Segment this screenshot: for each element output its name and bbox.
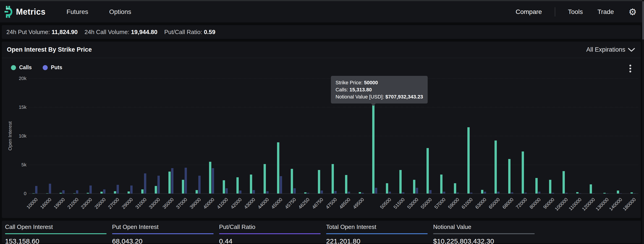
- call-bar-80000[interactable]: [535, 178, 538, 193]
- call-bar-16000[interactable]: [46, 193, 48, 194]
- call-bar-33000[interactable]: [155, 186, 157, 193]
- call-bar-90000[interactable]: [549, 180, 551, 193]
- put-bar-29000[interactable]: [130, 185, 132, 193]
- call-bar-140000[interactable]: [617, 190, 619, 193]
- put-bar-80000[interactable]: [538, 192, 540, 193]
- trade-link[interactable]: Trade: [598, 8, 614, 16]
- call-bar-44000[interactable]: [264, 164, 266, 193]
- nav-item-options[interactable]: Options: [109, 8, 132, 16]
- put-bar-46750[interactable]: [321, 190, 323, 193]
- put-bar-50500[interactable]: [389, 192, 391, 193]
- put-bar-16000[interactable]: [49, 184, 51, 193]
- put-bar-180000[interactable]: [633, 193, 636, 194]
- call-bar-31000[interactable]: [141, 189, 144, 193]
- put-bar-33000[interactable]: [158, 176, 160, 193]
- tools-link[interactable]: Tools: [568, 8, 583, 16]
- page-scrollbar-thumb[interactable]: [642, 1, 644, 40]
- call-bar-55000[interactable]: [426, 148, 429, 193]
- put-bar-21000[interactable]: [76, 190, 78, 193]
- call-bar-46250[interactable]: [304, 192, 306, 193]
- put-bar-45750[interactable]: [294, 188, 296, 193]
- put-bar-68000[interactable]: [511, 192, 513, 193]
- put-bar-49500[interactable]: [362, 193, 364, 193]
- compare-link[interactable]: Compare: [516, 8, 542, 16]
- put-bar-31000[interactable]: [144, 173, 146, 193]
- call-bar-130000[interactable]: [604, 193, 606, 193]
- put-bar-59000[interactable]: [457, 193, 459, 193]
- call-bar-68000[interactable]: [508, 159, 510, 193]
- put-bar-90000[interactable]: [552, 193, 554, 193]
- brand-logo[interactable]: Metrics: [4, 6, 46, 18]
- put-bar-47500[interactable]: [334, 191, 336, 193]
- put-bar-45000[interactable]: [280, 176, 282, 193]
- call-bar-110000[interactable]: [576, 192, 578, 193]
- call-bar-40000[interactable]: [209, 162, 211, 193]
- call-bar-100000[interactable]: [562, 171, 565, 193]
- put-bar-44000[interactable]: [266, 191, 268, 193]
- call-bar-57000[interactable]: [440, 174, 442, 193]
- put-bar-23000[interactable]: [90, 185, 92, 193]
- put-bar-50000[interactable]: [375, 188, 377, 193]
- call-bar-180000[interactable]: [630, 192, 633, 193]
- call-bar-23000[interactable]: [87, 193, 89, 193]
- page-scrollbar-track[interactable]: [642, 0, 644, 244]
- put-bar-55000[interactable]: [429, 190, 432, 193]
- put-bar-140000[interactable]: [620, 193, 622, 194]
- call-bar-59000[interactable]: [454, 183, 456, 193]
- put-bar-72000[interactable]: [524, 193, 527, 193]
- put-bar-41000[interactable]: [226, 188, 228, 193]
- call-bar-19000[interactable]: [60, 193, 62, 193]
- call-bar-39000[interactable]: [196, 190, 198, 193]
- call-bar-61000[interactable]: [467, 127, 470, 193]
- call-bar-48500[interactable]: [345, 175, 347, 193]
- put-bar-46250[interactable]: [307, 193, 309, 193]
- call-bar-72000[interactable]: [522, 151, 524, 193]
- put-bar-100000[interactable]: [565, 193, 568, 193]
- put-bar-35000[interactable]: [171, 168, 174, 193]
- call-bar-49500[interactable]: [359, 192, 361, 193]
- put-bar-53000[interactable]: [416, 188, 418, 193]
- call-bar-53000[interactable]: [413, 180, 415, 193]
- call-bar-45000[interactable]: [277, 142, 279, 193]
- settings-gear-icon[interactable]: ⚙: [628, 7, 637, 17]
- call-bar-27000[interactable]: [114, 191, 116, 193]
- put-bar-61000[interactable]: [470, 193, 472, 193]
- call-bar-47500[interactable]: [332, 164, 334, 193]
- put-bar-57000[interactable]: [443, 192, 445, 193]
- call-bar-65000[interactable]: [494, 140, 497, 193]
- put-bar-40000[interactable]: [212, 168, 214, 193]
- call-bar-51500[interactable]: [399, 170, 402, 193]
- put-bar-10000[interactable]: [35, 186, 38, 193]
- put-bar-27000[interactable]: [116, 185, 119, 193]
- put-bar-48500[interactable]: [348, 192, 350, 193]
- put-bar-43000[interactable]: [253, 190, 255, 193]
- call-bar-10000[interactable]: [32, 193, 35, 194]
- call-bar-46750[interactable]: [318, 170, 320, 193]
- put-bar-130000[interactable]: [606, 193, 608, 194]
- call-bar-42000[interactable]: [236, 177, 239, 193]
- put-bar-19000[interactable]: [62, 190, 64, 193]
- call-bar-50500[interactable]: [386, 183, 388, 193]
- put-bar-51500[interactable]: [402, 192, 404, 193]
- put-bar-110000[interactable]: [579, 193, 581, 194]
- call-bar-37000[interactable]: [182, 180, 184, 193]
- call-bar-35000[interactable]: [168, 172, 171, 193]
- nav-item-futures[interactable]: Futures: [67, 8, 88, 16]
- put-bar-65000[interactable]: [497, 192, 500, 193]
- call-bar-43000[interactable]: [250, 174, 252, 193]
- put-bar-37000[interactable]: [184, 168, 187, 193]
- call-bar-41000[interactable]: [223, 180, 225, 193]
- call-bar-21000[interactable]: [73, 193, 76, 194]
- put-bar-63000[interactable]: [484, 192, 486, 193]
- put-bar-42000[interactable]: [239, 190, 242, 193]
- put-bar-39000[interactable]: [198, 176, 200, 193]
- call-bar-29000[interactable]: [128, 191, 130, 193]
- put-bar-25000[interactable]: [103, 189, 106, 193]
- call-bar-120000[interactable]: [590, 184, 592, 193]
- put-bar-120000[interactable]: [592, 193, 595, 194]
- call-bar-45750[interactable]: [291, 169, 293, 193]
- call-bar-63000[interactable]: [481, 190, 483, 193]
- call-bar-25000[interactable]: [100, 192, 103, 193]
- topbar-right-group: Compare Tools Trade ⚙: [516, 7, 638, 17]
- call-bar-50000[interactable]: [372, 105, 374, 193]
